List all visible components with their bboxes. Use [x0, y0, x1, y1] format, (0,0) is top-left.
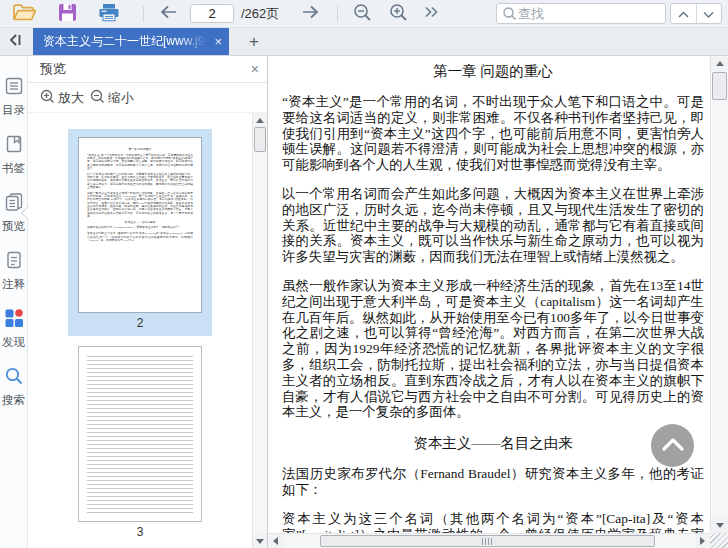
search-icon	[4, 366, 24, 390]
sidebar-item-label: 发现	[2, 335, 25, 350]
save-icon	[58, 3, 77, 25]
zoom-out-icon	[353, 3, 372, 25]
previous-page-button[interactable]	[159, 4, 178, 23]
sidebar-item-toc[interactable]: 目录	[0, 68, 27, 126]
back-arrow-icon	[159, 4, 178, 23]
zoom-in-icon	[389, 3, 408, 25]
tab-close-icon[interactable]: ×	[210, 35, 222, 48]
thumbnail-scrollbar[interactable]	[252, 113, 267, 548]
zoom-in-label: 放大	[58, 89, 84, 107]
scroll-right-button[interactable]	[695, 534, 710, 548]
zoom-in-icon	[40, 89, 55, 107]
zoom-in-button[interactable]	[389, 3, 408, 25]
doc-paragraph: 资本主义为这三个名词（其他两个名词为“资本”[Cap-ita]及“资本家”[ca…	[282, 511, 704, 533]
sidebar-item-label: 书签	[2, 161, 25, 176]
document-tab[interactable]: 资本主义与二十一世纪[www.j9p ×	[33, 28, 229, 55]
horizontal-scrollbar[interactable]	[268, 533, 710, 548]
print-icon	[97, 3, 121, 25]
page-total-label: /262页	[241, 5, 279, 23]
thumbnail-page-3-content	[78, 346, 202, 522]
thumbnail-page-label: 2	[68, 316, 212, 332]
thumbnail-zoom-out-button[interactable]: 缩小	[90, 89, 134, 107]
search-icon	[502, 6, 518, 21]
thumbnail-zoom-in-button[interactable]: 放大	[40, 89, 84, 107]
thumbnail-list: 第一章 问题的重心 “资本主义”是一个常用的名词，不时出现于众人笔下和口语之中。…	[28, 113, 267, 548]
annotation-icon	[4, 250, 24, 274]
thumbnail-page-2-content: 第一章 问题的重心 “资本主义”是一个常用的名词，不时出现于众人笔下和口语之中。…	[78, 137, 202, 313]
collapse-sidebar-icon	[7, 32, 23, 52]
scrollbar-thumb[interactable]	[254, 127, 266, 152]
scrollbar-thumb[interactable]	[320, 535, 655, 547]
thumbnail-page-label: 3	[68, 525, 212, 541]
document-tab-title: 资本主义与二十一世纪[www.j9p	[43, 33, 210, 50]
preview-panel-title: 预览	[40, 60, 251, 78]
scroll-down-button[interactable]	[253, 534, 267, 548]
toc-icon	[4, 76, 24, 100]
zoom-out-icon	[90, 89, 105, 107]
back-to-top-button[interactable]	[651, 424, 694, 467]
preview-zoom-toolbar: 放大 缩小	[28, 83, 267, 113]
find-navigation	[670, 3, 722, 24]
pdf-reader-window: /262页	[0, 0, 728, 548]
toolbar-separator	[143, 6, 144, 22]
page-number-input[interactable]	[190, 4, 234, 23]
document-view: 第一章 问题的重心 “资本主义”是一个常用的名词，不时出现于众人笔下和口语之中。…	[268, 56, 728, 548]
close-panel-icon[interactable]: ×	[251, 61, 259, 77]
sidebar-item-label: 注释	[2, 277, 25, 292]
open-folder-icon	[12, 3, 37, 25]
toolbar-separator	[337, 6, 338, 22]
scroll-up-button[interactable]	[711, 56, 728, 71]
zoom-out-button[interactable]	[353, 3, 372, 25]
doc-paragraph: 以一个常用名词而会产生如此多问题，大概因为资本主义在世界上牵涉的地区广泛，历时久…	[282, 186, 704, 265]
sidebar-item-discover[interactable]: 发现	[0, 300, 27, 358]
sidebar-item-search[interactable]: 搜索	[0, 358, 27, 416]
more-tools-button[interactable]	[424, 5, 439, 22]
main-toolbar: /262页	[0, 0, 728, 28]
thumbnail-page-3[interactable]: 3	[68, 346, 212, 541]
next-page-button[interactable]	[301, 4, 320, 23]
doc-paragraph: 法国历史家布罗代尔（Fernand Braudel）研究资本主义多年，他的考证如…	[282, 466, 704, 498]
find-next-icon	[702, 5, 715, 23]
sidebar-item-bookmarks[interactable]: 书签	[0, 126, 27, 184]
preview-panel-header: 预览 ×	[28, 56, 267, 83]
sidebar-tool-strip: 目录 书签 预览	[0, 56, 28, 548]
scroll-down-button[interactable]	[711, 518, 728, 533]
bookmark-icon	[4, 134, 24, 158]
collapse-sidebar-button[interactable]	[0, 28, 30, 55]
sidebar-item-label: 目录	[2, 103, 25, 118]
scroll-up-button[interactable]	[253, 113, 267, 127]
find-previous-icon	[677, 5, 690, 23]
discover-icon	[4, 308, 24, 332]
forward-arrow-icon	[301, 4, 320, 23]
save-button[interactable]	[58, 3, 77, 25]
sidebar-item-annotations[interactable]: 注释	[0, 242, 27, 300]
preview-panel: 预览 × 放大	[28, 56, 268, 548]
more-tools-icon	[424, 5, 439, 22]
zoom-out-label: 缩小	[108, 89, 134, 107]
scroll-left-button[interactable]	[268, 534, 283, 548]
chapter-title: 第一章 问题的重心	[282, 62, 704, 81]
scrollbar-thumb[interactable]	[712, 72, 727, 100]
find-next-button[interactable]	[696, 4, 722, 23]
resize-grip	[710, 533, 728, 548]
section-title: 资本主义——名目之由来	[282, 434, 704, 453]
document-page: 第一章 问题的重心 “资本主义”是一个常用的名词，不时出现于众人笔下和口语之中。…	[268, 56, 708, 533]
doc-paragraph: “资本主义”是一个常用的名词，不时出现于众人笔下和口语之中。可是要给这名词适当的…	[282, 94, 704, 173]
app-body: 目录 书签 预览	[0, 56, 728, 548]
find-previous-button[interactable]	[671, 4, 696, 23]
thumbnail-page-2[interactable]: 第一章 问题的重心 “资本主义”是一个常用的名词，不时出现于众人笔下和口语之中。…	[68, 129, 212, 336]
find-input[interactable]	[518, 6, 665, 21]
open-file-button[interactable]	[12, 3, 37, 25]
sidebar-item-label: 搜索	[2, 393, 25, 408]
vertical-scrollbar[interactable]	[710, 56, 728, 533]
find-box	[496, 3, 666, 24]
sidebar-item-label: 预览	[2, 219, 25, 234]
chevron-up-icon	[661, 437, 685, 454]
tab-bar: 资本主义与二十一世纪[www.j9p × +	[0, 28, 728, 56]
print-button[interactable]	[97, 3, 121, 25]
new-tab-button[interactable]: +	[239, 28, 269, 55]
doc-paragraph: 虽然一般作家认为资本主义形成一种经济生活的现象，首先在13至14世纪之间出现于意…	[282, 278, 704, 420]
